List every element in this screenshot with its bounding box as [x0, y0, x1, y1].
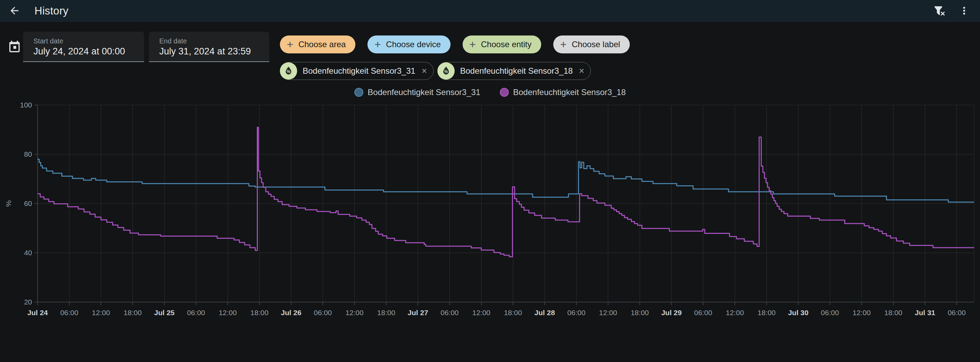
- svg-text:18:00: 18:00: [504, 309, 522, 316]
- menu-button[interactable]: [955, 2, 974, 21]
- svg-text:18:00: 18:00: [757, 309, 776, 316]
- svg-text:Jul 27: Jul 27: [408, 309, 428, 316]
- legend-label: Bodenfeuchtigkeit Sensor3_31: [368, 87, 480, 97]
- svg-text:06:00: 06:00: [948, 309, 966, 316]
- page-title: History: [35, 5, 68, 17]
- arrow-left-icon: [9, 5, 20, 17]
- svg-text:12:00: 12:00: [345, 309, 364, 316]
- filter-remove-icon: [934, 5, 945, 17]
- svg-text:18:00: 18:00: [377, 309, 395, 316]
- app-header: History: [0, 0, 980, 22]
- svg-text:06:00: 06:00: [821, 309, 839, 316]
- legend-dot: [354, 88, 363, 97]
- svg-text:Jul 25: Jul 25: [154, 309, 175, 316]
- svg-text:06:00: 06:00: [187, 309, 205, 316]
- svg-text:12:00: 12:00: [218, 309, 237, 316]
- svg-text:12:00: 12:00: [92, 309, 110, 316]
- svg-text:12:00: 12:00: [472, 309, 490, 316]
- svg-text:06:00: 06:00: [694, 309, 713, 316]
- svg-text:18:00: 18:00: [631, 309, 649, 316]
- history-page: History Start date July 24, 2024 at 00:0…: [0, 0, 980, 362]
- svg-text:12:00: 12:00: [726, 309, 744, 316]
- svg-text:%: %: [5, 200, 13, 207]
- svg-text:60: 60: [24, 199, 32, 207]
- legend-item-sensor3-18[interactable]: Bodenfeuchtigkeit Sensor3_18: [500, 87, 626, 97]
- legend-label: Bodenfeuchtigkeit Sensor3_18: [513, 87, 626, 97]
- legend-item-sensor3-31[interactable]: Bodenfeuchtigkeit Sensor3_31: [354, 87, 480, 97]
- svg-text:Jul 30: Jul 30: [788, 309, 809, 316]
- svg-text:06:00: 06:00: [567, 309, 585, 316]
- svg-text:18:00: 18:00: [124, 309, 142, 316]
- svg-text:18:00: 18:00: [884, 309, 902, 316]
- back-button[interactable]: [5, 2, 24, 21]
- svg-text:20: 20: [24, 298, 32, 306]
- kebab-menu-icon: [958, 5, 970, 17]
- svg-text:18:00: 18:00: [250, 309, 269, 316]
- svg-text:80: 80: [24, 150, 32, 158]
- filter-remove-button[interactable]: [930, 2, 949, 21]
- svg-text:06:00: 06:00: [441, 309, 459, 316]
- svg-text:Jul 26: Jul 26: [281, 309, 302, 316]
- svg-text:06:00: 06:00: [60, 309, 79, 316]
- svg-text:100: 100: [20, 101, 32, 109]
- history-chart[interactable]: 20406080100Jul 2406:0012:0018:00Jul 2506…: [0, 0, 980, 362]
- svg-text:12:00: 12:00: [853, 309, 871, 316]
- svg-text:Jul 24: Jul 24: [27, 309, 48, 316]
- svg-text:Jul 28: Jul 28: [534, 309, 555, 316]
- svg-text:Jul 31: Jul 31: [915, 309, 935, 316]
- svg-text:40: 40: [24, 249, 32, 257]
- svg-text:Jul 29: Jul 29: [661, 309, 682, 316]
- legend-dot: [500, 88, 509, 97]
- chart-legend: Bodenfeuchtigkeit Sensor3_31 Bodenfeucht…: [0, 87, 980, 97]
- svg-text:12:00: 12:00: [599, 309, 617, 316]
- svg-text:06:00: 06:00: [314, 309, 332, 316]
